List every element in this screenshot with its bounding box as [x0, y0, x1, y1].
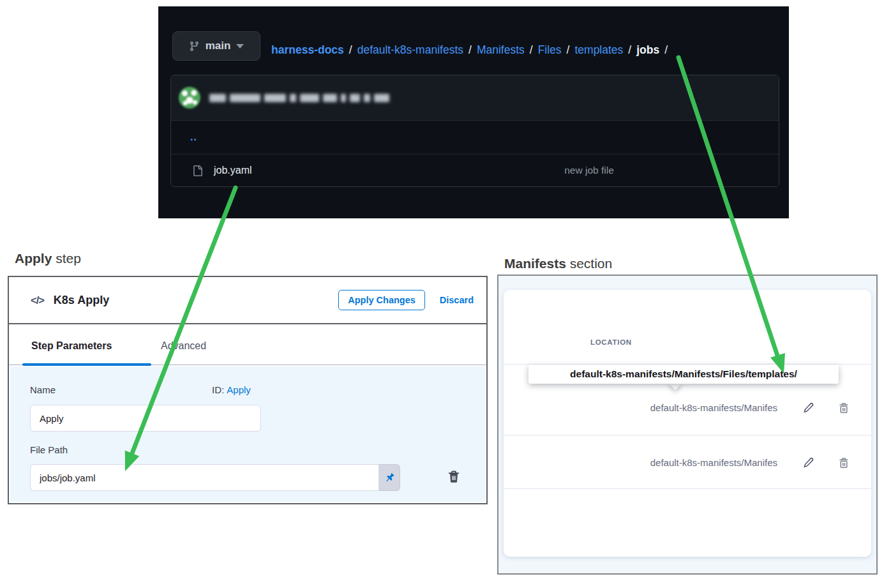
pencil-icon	[802, 402, 815, 414]
k8s-apply-step-panel: </> K8s Apply Apply Changes Discard Step…	[8, 276, 488, 504]
file-table: .. job.yaml new job file	[170, 75, 779, 187]
location-column-header: LOCATION	[590, 338, 632, 346]
file-name-link[interactable]: job.yaml	[214, 165, 252, 176]
parent-directory-link[interactable]: ..	[190, 132, 197, 143]
avatar[interactable]	[179, 87, 200, 109]
caption-bold: Manifests	[504, 256, 566, 271]
pencil-icon	[802, 456, 815, 469]
branch-selector[interactable]: main	[172, 31, 260, 61]
github-file-browser: main harness-docs / default-k8s-manifest…	[158, 6, 789, 218]
redacted-commit-message	[209, 94, 389, 102]
id-line: ID: Apply	[212, 384, 251, 395]
location-tooltip: default-k8s-manifests/Manifests/Files/te…	[528, 365, 839, 384]
discard-button[interactable]: Discard	[440, 295, 474, 305]
latest-commit-row	[171, 75, 779, 121]
file-icon	[192, 165, 203, 176]
breadcrumb-link-templates[interactable]: templates	[574, 43, 623, 57]
git-branch-icon	[189, 41, 200, 52]
delete-manifest-button[interactable]	[837, 456, 850, 469]
breadcrumb-separator: /	[628, 43, 631, 57]
table-row[interactable]: job.yaml new job file	[171, 155, 779, 186]
step-parameters-form: Name ID: Apply File Path	[10, 366, 485, 502]
caption-bold: Apply	[15, 251, 52, 266]
step-panel-header: </> K8s Apply Apply Changes Discard	[9, 277, 486, 324]
breadcrumb-link-default-k8s-manifests[interactable]: default-k8s-manifests	[357, 43, 463, 57]
apply-step-caption: Apply step	[15, 251, 81, 266]
breadcrumb: harness-docs / default-k8s-manifests / M…	[271, 43, 668, 57]
pin-input-type-button[interactable]	[378, 464, 400, 491]
step-tabs: Step Parameters Advanced	[9, 324, 486, 365]
pushpin-icon	[384, 472, 395, 483]
breadcrumb-link-manifests[interactable]: Manifests	[477, 43, 525, 57]
file-path-field	[30, 464, 400, 491]
caption-rest: section	[566, 256, 612, 271]
id-value-link[interactable]: Apply	[227, 384, 251, 395]
file-path-label: File Path	[30, 444, 68, 455]
name-input[interactable]	[30, 405, 261, 432]
manifests-section-panel: LOCATION default-k8s-manifests/Manifes d…	[497, 275, 878, 575]
breadcrumb-separator: /	[664, 43, 668, 57]
manifest-location-row: default-k8s-manifests/Manifes	[650, 402, 777, 413]
active-tab-underline	[22, 363, 151, 366]
breadcrumb-link-files[interactable]: Files	[538, 43, 562, 57]
branch-name: main	[206, 40, 231, 52]
trash-icon	[837, 402, 850, 414]
breadcrumb-separator: /	[530, 43, 533, 57]
divider	[504, 488, 871, 489]
edit-manifest-button[interactable]	[802, 456, 815, 469]
tab-advanced[interactable]: Advanced	[161, 340, 206, 352]
file-commit-message[interactable]: new job file	[528, 165, 650, 176]
breadcrumb-separator: /	[349, 43, 352, 57]
trash-icon	[837, 456, 850, 469]
parent-directory-row[interactable]: ..	[171, 121, 779, 155]
manifest-location-row: default-k8s-manifests/Manifes	[650, 457, 777, 468]
delete-step-button[interactable]	[446, 469, 462, 486]
edit-manifest-button[interactable]	[802, 402, 815, 414]
manifests-card: LOCATION default-k8s-manifests/Manifes d…	[504, 290, 871, 557]
manifests-section-caption: Manifests section	[504, 256, 612, 271]
file-path-input[interactable]	[30, 464, 378, 491]
name-label: Name	[30, 384, 56, 395]
chevron-down-icon	[236, 44, 244, 49]
delete-manifest-button[interactable]	[837, 402, 850, 414]
breadcrumb-current-jobs: jobs	[636, 43, 659, 57]
divider	[504, 435, 871, 435]
apply-changes-button[interactable]: Apply Changes	[338, 290, 425, 310]
step-title: K8s Apply	[54, 294, 109, 307]
breadcrumb-separator: /	[468, 43, 472, 57]
code-icon: </>	[31, 294, 44, 306]
breadcrumb-separator: /	[567, 43, 570, 57]
breadcrumb-repo-link[interactable]: harness-docs	[271, 43, 344, 57]
trash-icon	[446, 469, 461, 485]
id-label: ID:	[212, 384, 224, 395]
caption-rest: step	[52, 251, 81, 266]
tab-step-parameters[interactable]: Step Parameters	[31, 340, 112, 352]
